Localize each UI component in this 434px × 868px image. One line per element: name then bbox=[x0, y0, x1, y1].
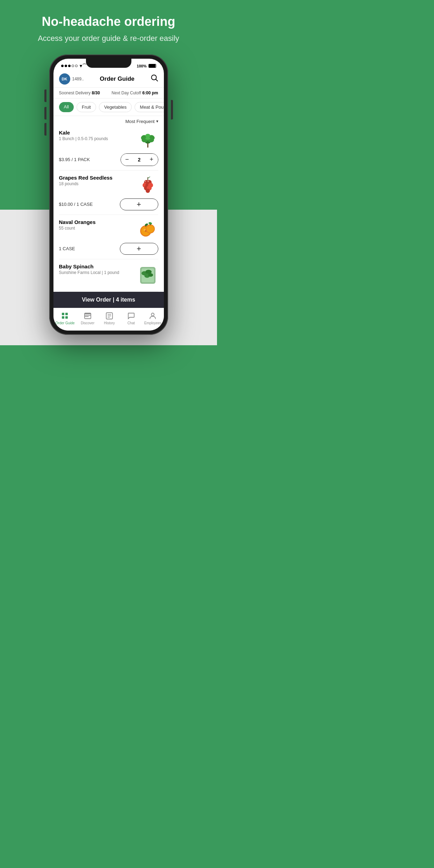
add-to-cart-button[interactable]: + bbox=[120, 198, 158, 210]
sort-row[interactable]: Most Frequent ▾ bbox=[53, 116, 164, 125]
svg-point-18 bbox=[145, 181, 146, 182]
delivery-bar: Soonest Delivery 8/30 Next Day Cutoff 6:… bbox=[53, 88, 164, 99]
battery-percent: 100% bbox=[137, 64, 146, 68]
employees-icon bbox=[149, 312, 157, 320]
svg-point-48 bbox=[151, 313, 154, 316]
signal-dot-1 bbox=[61, 65, 64, 67]
filter-tab-all[interactable]: All bbox=[59, 102, 74, 112]
nav-item-discover[interactable]: Discover bbox=[79, 312, 96, 325]
wifi-icon: ▾⌒ bbox=[80, 63, 87, 69]
history-icon bbox=[105, 312, 114, 320]
phone-screen: ▾⌒ 100% DK 1489.. Order Guide bbox=[53, 59, 164, 331]
top-section: No-headache ordering Access your order g… bbox=[0, 0, 217, 44]
spinach-image bbox=[137, 263, 158, 284]
filter-tab-meat[interactable]: Meat & Poultry bbox=[135, 102, 164, 112]
svg-point-38 bbox=[148, 273, 153, 277]
phone-outer: ▾⌒ 100% DK 1489.. Order Guide bbox=[49, 55, 168, 335]
bottom-nav: Order Guide Discover H bbox=[53, 308, 164, 331]
subheadline: Access your order guide & re-order easil… bbox=[21, 33, 196, 44]
svg-rect-39 bbox=[62, 313, 64, 315]
discover-icon bbox=[84, 312, 92, 320]
increase-button[interactable]: + bbox=[145, 154, 158, 166]
battery-icon bbox=[149, 64, 156, 68]
signal-dot-3 bbox=[68, 65, 71, 67]
product-price: 1 CASE bbox=[59, 246, 75, 251]
order-guide-icon bbox=[61, 312, 69, 320]
svg-point-19 bbox=[147, 181, 149, 182]
quantity-control[interactable]: − 2 + bbox=[121, 153, 158, 166]
sort-label: Most Frequent bbox=[125, 119, 155, 124]
svg-point-8 bbox=[145, 134, 150, 137]
svg-rect-40 bbox=[62, 316, 64, 319]
product-name: Grapes Red Seedless bbox=[59, 175, 113, 181]
account-number: 1489.. bbox=[72, 77, 84, 81]
signal-dot-2 bbox=[65, 65, 67, 67]
filter-tabs: All Fruit Vegetables Meat & Poultry bbox=[53, 99, 164, 116]
page-title: Order Guide bbox=[100, 75, 135, 82]
soonest-delivery: Soonest Delivery 8/30 bbox=[59, 91, 100, 95]
product-price: $3.95 / 1 PACK bbox=[59, 157, 90, 162]
add-to-cart-button[interactable]: + bbox=[120, 243, 158, 255]
filter-tab-vegetables[interactable]: Vegetables bbox=[99, 102, 132, 112]
product-list: Kale 1 Bunch | 0.5-0.75 pounds bbox=[53, 125, 164, 292]
svg-point-26 bbox=[146, 225, 154, 233]
app-header: DK 1489.. Order Guide bbox=[53, 71, 164, 88]
nav-label-employees: Employees bbox=[144, 321, 161, 325]
signal-dot-5 bbox=[75, 65, 78, 67]
nav-item-chat[interactable]: Chat bbox=[122, 312, 140, 325]
product-item-grapes: Grapes Red Seedless 18 pounds bbox=[59, 171, 158, 215]
svg-point-17 bbox=[146, 189, 150, 193]
quantity-value: 2 bbox=[133, 157, 145, 162]
nav-label-discover: Discover bbox=[81, 321, 94, 325]
svg-line-1 bbox=[155, 79, 158, 81]
nav-item-employees[interactable]: Employees bbox=[144, 312, 161, 325]
phone-wrapper: ▾⌒ 100% DK 1489.. Order Guide bbox=[0, 44, 217, 345]
svg-point-28 bbox=[145, 230, 146, 231]
cutoff-time: Next Day Cutoff 6:00 pm bbox=[111, 91, 158, 95]
search-button[interactable] bbox=[151, 74, 158, 84]
product-item-spinach: Baby Spinach Sunshine Farms Local | 1 po… bbox=[59, 259, 158, 292]
decrease-button[interactable]: − bbox=[121, 154, 133, 166]
product-price: $10.00 / 1 CASE bbox=[59, 202, 93, 207]
svg-rect-41 bbox=[65, 313, 68, 315]
nav-item-order-guide[interactable]: Order Guide bbox=[56, 312, 75, 325]
product-name: Kale bbox=[59, 130, 108, 136]
product-description: 18 pounds bbox=[59, 181, 113, 186]
nav-item-history[interactable]: History bbox=[101, 312, 118, 325]
battery-indicator: 100% bbox=[137, 64, 156, 68]
notch bbox=[86, 59, 131, 68]
product-item-oranges: Naval Oranges 55 count bbox=[59, 215, 158, 259]
nav-label-history: History bbox=[104, 321, 115, 325]
product-description: 1 Bunch | 0.5-0.75 pounds bbox=[59, 136, 108, 141]
avatar: DK bbox=[59, 73, 70, 85]
headline: No-headache ordering bbox=[21, 14, 196, 29]
oranges-image bbox=[137, 219, 158, 240]
product-description: Sunshine Farms Local | 1 pound bbox=[59, 270, 120, 275]
signal-indicators: ▾⌒ bbox=[61, 63, 87, 69]
product-name: Baby Spinach bbox=[59, 263, 120, 269]
chat-icon bbox=[127, 312, 135, 320]
product-name: Naval Oranges bbox=[59, 219, 96, 225]
nav-label-chat: Chat bbox=[128, 321, 135, 325]
product-item-kale: Kale 1 Bunch | 0.5-0.75 pounds bbox=[59, 125, 158, 171]
signal-dot-4 bbox=[72, 65, 74, 67]
view-order-button[interactable]: View Order | 4 items bbox=[53, 292, 164, 308]
nav-label-order-guide: Order Guide bbox=[56, 321, 75, 325]
chevron-down-icon: ▾ bbox=[156, 119, 158, 124]
user-badge[interactable]: DK 1489.. bbox=[59, 73, 84, 85]
svg-rect-42 bbox=[65, 316, 68, 319]
grapes-image bbox=[137, 175, 158, 196]
kale-image bbox=[137, 130, 158, 151]
filter-tab-fruit[interactable]: Fruit bbox=[77, 102, 96, 112]
product-description: 55 count bbox=[59, 226, 96, 231]
